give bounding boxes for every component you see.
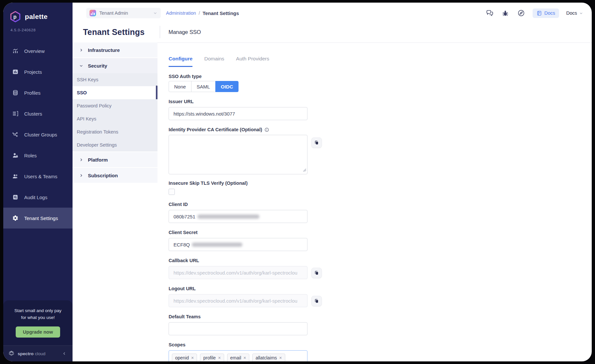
cluster-groups-nodes-icon (12, 131, 19, 138)
tab-auth-providers[interactable]: Auth Providers (236, 56, 269, 67)
gear-icon (12, 214, 19, 222)
sidebar-item-label: Audit Logs (24, 195, 47, 200)
auth-type-none-button[interactable]: None (169, 81, 191, 92)
upgrade-promo: Start small and only pay for what you us… (3, 300, 73, 361)
explore-button[interactable] (517, 9, 525, 17)
copy-icon (314, 140, 319, 145)
report-bug-button[interactable] (501, 9, 510, 17)
scope-chip: allatclaims × (252, 354, 285, 361)
callback-url-label: Callback URL (169, 257, 307, 264)
chat-button[interactable] (486, 9, 494, 17)
sidebar-item-label: Clusters (24, 111, 42, 117)
top-actions: Docs Docs (486, 8, 583, 18)
sidebar-item-label: Projects (24, 69, 42, 75)
sidebar-item-projects[interactable]: Projects (3, 61, 73, 82)
chevron-right-icon (79, 158, 83, 162)
primary-sidebar: p palette 4.5.0-240628 Overview Projects… (3, 3, 73, 361)
tab-configure[interactable]: Configure (169, 56, 192, 67)
chevron-right-icon (79, 173, 83, 178)
copy-ca-certificate-button[interactable] (311, 137, 322, 148)
top-bar: Tenant Admin Administration / Tenant Set… (73, 3, 592, 22)
breadcrumb-current: Tenant Settings (203, 10, 239, 16)
sidebar-item-profiles[interactable]: Profiles (3, 82, 73, 103)
subnav-group-security[interactable]: Security (73, 58, 157, 73)
field-default-teams: Default Teams (169, 313, 307, 335)
field-callback-url: Callback URL (169, 257, 307, 279)
field-client-secret: Client Secret ECF8Q (169, 229, 307, 251)
field-scopes: Scopes openid × profile × email × (169, 341, 307, 361)
subnav-item-registration-tokens[interactable]: Registration Tokens (73, 125, 157, 138)
app-window: p palette 4.5.0-240628 Overview Projects… (3, 3, 592, 361)
breadcrumb: Administration / Tenant Settings (166, 10, 239, 16)
sidebar-item-clusters[interactable]: Clusters (3, 103, 73, 124)
field-issuer-url: Issuer URL (169, 98, 307, 120)
footer-brand-primary: spectro (18, 351, 34, 356)
sso-auth-type-segmented-control: None SAML OIDC (169, 81, 307, 92)
remove-chip-icon[interactable]: × (218, 356, 221, 360)
issuer-url-label: Issuer URL (169, 98, 307, 105)
subnav-group-subscription[interactable]: Subscription (73, 168, 157, 183)
promo-text: Start small and only pay for what you us… (3, 308, 73, 321)
callback-url-input (169, 266, 307, 279)
client-id-input[interactable]: 080b7251 (169, 210, 307, 223)
chevron-right-icon (79, 48, 83, 52)
remove-chip-icon[interactable]: × (279, 356, 282, 360)
chevron-left-icon (62, 351, 67, 356)
breadcrumb-administration-link[interactable]: Administration (166, 10, 196, 16)
auth-type-saml-button[interactable]: SAML (191, 81, 216, 92)
brand-logo: p palette (3, 3, 73, 24)
subnav-item-ssh-keys[interactable]: SSH Keys (73, 73, 157, 86)
sidebar-item-cluster-groups[interactable]: Cluster Groups (3, 124, 73, 145)
subnav-item-sso[interactable]: SSO (73, 86, 157, 99)
subnav-item-api-keys[interactable]: API Keys (73, 112, 157, 125)
subnav-item-developer-settings[interactable]: Developer Settings (73, 138, 157, 151)
default-teams-label: Default Teams (169, 313, 307, 320)
page-subtitle: Manage SSO (169, 29, 201, 35)
skip-tls-checkbox[interactable] (169, 189, 175, 195)
sidebar-item-audit-logs[interactable]: Audit Logs (3, 187, 73, 208)
copy-icon (314, 298, 319, 304)
client-secret-input[interactable]: ECF8Q (169, 238, 307, 251)
sidebar-item-users-teams[interactable]: Users & Teams (3, 166, 73, 187)
project-scope-selector[interactable]: Tenant Admin (86, 8, 161, 18)
docs-menu-label: Docs (566, 10, 577, 16)
sidebar-collapse-button[interactable] (62, 351, 67, 356)
ca-certificate-textarea[interactable] (169, 135, 307, 174)
tab-domains[interactable]: Domains (204, 56, 224, 67)
redacted-value (192, 243, 242, 247)
field-sso-auth-type: SSO Auth type None SAML OIDC (169, 73, 307, 92)
auth-type-oidc-button[interactable]: OIDC (215, 81, 239, 92)
copy-callback-url-button[interactable] (311, 268, 322, 278)
subnav-item-password-policy[interactable]: Password Policy (73, 99, 157, 112)
projects-icon (12, 68, 19, 75)
clusters-list-icon (12, 110, 19, 117)
remove-chip-icon[interactable]: × (191, 356, 194, 360)
primary-nav: Overview Projects Profiles Clusters (3, 40, 73, 229)
copy-logout-url-button[interactable] (311, 296, 322, 306)
chevron-down-icon (79, 64, 83, 68)
issuer-url-input[interactable] (169, 107, 307, 120)
subnav-group-platform[interactable]: Platform (73, 152, 157, 168)
field-client-id: Client ID 080b7251 (169, 201, 307, 223)
field-ca-certificate: Identity Provider CA Certificate (Option… (169, 126, 307, 174)
info-icon[interactable] (264, 127, 269, 132)
spectro-cloud-logo-icon (8, 350, 15, 357)
chat-icon (486, 9, 494, 17)
resize-handle-icon[interactable] (303, 167, 306, 173)
subnav-scrollbar-thumb[interactable] (156, 86, 157, 100)
client-id-label: Client ID (169, 201, 307, 208)
chevron-down-icon (153, 11, 157, 15)
sidebar-item-roles[interactable]: Roles (3, 145, 73, 166)
skip-tls-label: Insecure Skip TLS Verify (Optional) (169, 180, 307, 186)
docs-menu[interactable]: Docs (566, 10, 583, 16)
sso-tabs: Configure Domains Auth Providers (169, 56, 592, 67)
docs-button[interactable]: Docs (533, 8, 559, 18)
subnav-group-infrastructure[interactable]: Infrastructure (73, 42, 157, 58)
sidebar-item-overview[interactable]: Overview (3, 40, 73, 61)
scopes-input[interactable]: openid × profile × email × allatclaims (169, 350, 307, 361)
profiles-stack-icon (12, 89, 19, 96)
sidebar-item-tenant-settings[interactable]: Tenant Settings (3, 208, 73, 229)
remove-chip-icon[interactable]: × (243, 356, 246, 360)
upgrade-now-button[interactable]: Upgrade now (16, 326, 60, 338)
default-teams-input[interactable] (169, 322, 307, 335)
